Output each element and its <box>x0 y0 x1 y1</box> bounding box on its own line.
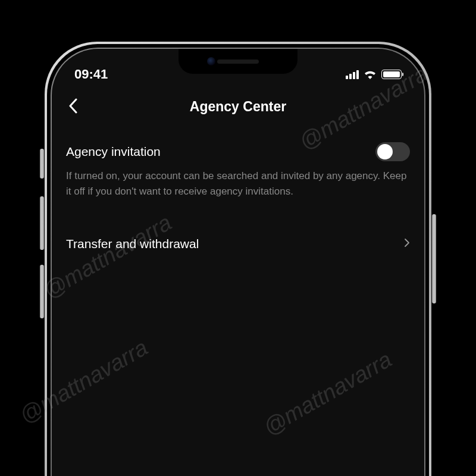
content-area: Agency invitation If turned on, your acc… <box>52 128 424 268</box>
phone-mute-switch <box>40 149 44 178</box>
nav-header: Agency Center <box>52 86 424 128</box>
phone-power-button <box>432 214 436 303</box>
wifi-icon <box>364 70 377 79</box>
phone-frame: 09:41 <box>45 42 431 476</box>
agency-invitation-toggle[interactable] <box>375 142 410 161</box>
phone-volume-down <box>40 265 44 318</box>
status-time: 09:41 <box>74 67 108 82</box>
page-title: Agency Center <box>66 99 410 115</box>
phone-speaker <box>217 60 259 64</box>
chevron-right-icon <box>404 238 410 250</box>
transfer-withdrawal-label: Transfer and withdrawal <box>66 237 199 251</box>
front-camera <box>207 57 215 65</box>
status-icons <box>346 70 402 79</box>
back-button[interactable] <box>65 95 82 120</box>
cellular-signal-icon <box>346 70 359 79</box>
transfer-withdrawal-row[interactable]: Transfer and withdrawal <box>66 202 410 261</box>
agency-invitation-row: Agency invitation <box>66 135 410 165</box>
agency-invitation-label: Agency invitation <box>66 145 161 159</box>
phone-screen: 09:41 <box>52 49 424 476</box>
battery-icon <box>381 70 402 79</box>
agency-invitation-description: If turned on, your account can be search… <box>66 165 410 202</box>
toggle-knob <box>377 144 393 159</box>
phone-notch <box>178 49 298 74</box>
chevron-left-icon <box>68 98 78 114</box>
phone-volume-up <box>40 196 44 250</box>
